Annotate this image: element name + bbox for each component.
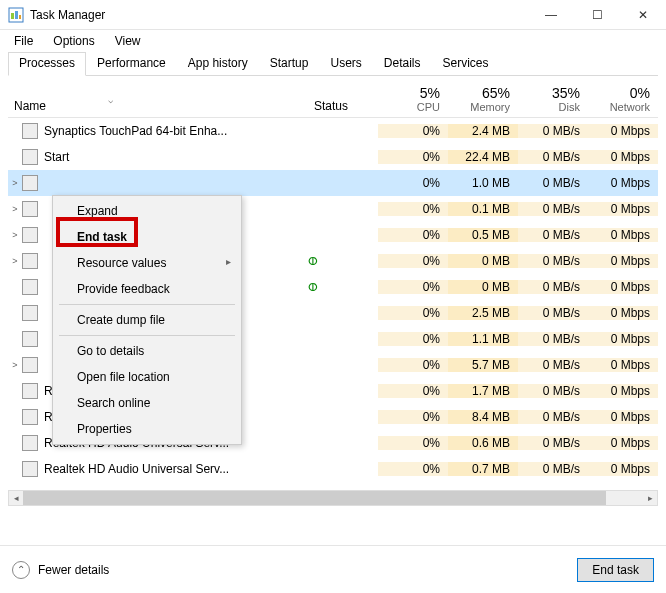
menu-create-dump[interactable]: Create dump file (55, 307, 239, 333)
tab-app-history[interactable]: App history (177, 52, 259, 75)
column-headers: Name ⌵ Status 5%CPU 65%Memory 35%Disk 0%… (8, 76, 658, 118)
leaf-icon: ⵀ (308, 255, 318, 267)
chevron-up-icon: ⌃ (12, 561, 30, 579)
header-memory[interactable]: 65%Memory (448, 81, 518, 117)
memory-value: 5.7 MB (448, 358, 518, 372)
menu-expand[interactable]: Expand (55, 198, 239, 224)
table-row[interactable]: Realtek HD Audio Universal Serv...0%0.7 … (8, 456, 658, 482)
disk-value: 0 MB/s (518, 280, 588, 294)
close-button[interactable]: ✕ (620, 0, 666, 30)
tab-processes[interactable]: Processes (8, 52, 86, 76)
network-value: 0 Mbps (588, 202, 658, 216)
memory-value: 2.5 MB (448, 306, 518, 320)
memory-value: 0.1 MB (448, 202, 518, 216)
window-title: Task Manager (30, 8, 528, 22)
disk-value: 0 MB/s (518, 228, 588, 242)
network-value: 0 Mbps (588, 306, 658, 320)
menu-properties[interactable]: Properties (55, 416, 239, 442)
process-name: Realtek HD Audio Universal Serv... (44, 462, 308, 476)
menu-view[interactable]: View (107, 32, 149, 50)
tab-details[interactable]: Details (373, 52, 432, 75)
minimize-button[interactable]: — (528, 0, 574, 30)
sort-indicator-icon: ⌵ (108, 95, 113, 105)
disk-value: 0 MB/s (518, 176, 588, 190)
context-menu: Expand End task Resource values Provide … (52, 195, 242, 445)
memory-value: 2.4 MB (448, 124, 518, 138)
header-cpu[interactable]: 5%CPU (378, 81, 448, 117)
table-row[interactable]: >0%1.0 MB0 MB/s0 Mbps (8, 170, 658, 196)
table-row[interactable]: Start0%22.4 MB0 MB/s0 Mbps (8, 144, 658, 170)
cpu-value: 0% (378, 176, 448, 190)
disk-value: 0 MB/s (518, 384, 588, 398)
fewer-details-button[interactable]: ⌃ Fewer details (12, 561, 577, 579)
tab-services[interactable]: Services (432, 52, 500, 75)
process-icon (22, 175, 38, 191)
network-value: 0 Mbps (588, 254, 658, 268)
menu-provide-feedback[interactable]: Provide feedback (55, 276, 239, 302)
menu-file[interactable]: File (6, 32, 41, 50)
cpu-value: 0% (378, 332, 448, 346)
scroll-right-icon[interactable]: ▸ (643, 491, 657, 505)
footer: ⌃ Fewer details End task (0, 545, 666, 593)
process-status: ⵀ (308, 280, 378, 294)
header-network[interactable]: 0%Network (588, 81, 658, 117)
process-name: Start (44, 150, 308, 164)
expand-icon[interactable]: > (8, 178, 22, 188)
cpu-value: 0% (378, 202, 448, 216)
titlebar: Task Manager — ☐ ✕ (0, 0, 666, 30)
network-value: 0 Mbps (588, 228, 658, 242)
expand-icon[interactable]: > (8, 256, 22, 266)
network-value: 0 Mbps (588, 436, 658, 450)
menu-search-online[interactable]: Search online (55, 390, 239, 416)
memory-value: 0.5 MB (448, 228, 518, 242)
cpu-value: 0% (378, 254, 448, 268)
expand-icon[interactable]: > (8, 204, 22, 214)
scroll-left-icon[interactable]: ◂ (9, 491, 23, 505)
table-row[interactable]: Synaptics TouchPad 64-bit Enha...0%2.4 M… (8, 118, 658, 144)
disk-value: 0 MB/s (518, 332, 588, 346)
cpu-value: 0% (378, 228, 448, 242)
cpu-value: 0% (378, 462, 448, 476)
network-value: 0 Mbps (588, 280, 658, 294)
tab-users[interactable]: Users (319, 52, 372, 75)
process-icon (22, 149, 38, 165)
cpu-value: 0% (378, 150, 448, 164)
end-task-button[interactable]: End task (577, 558, 654, 582)
header-name[interactable]: Name ⌵ (8, 95, 308, 117)
cpu-value: 0% (378, 436, 448, 450)
menu-separator (59, 335, 235, 336)
process-icon (22, 331, 38, 347)
memory-value: 8.4 MB (448, 410, 518, 424)
network-value: 0 Mbps (588, 384, 658, 398)
cpu-value: 0% (378, 306, 448, 320)
memory-value: 0.6 MB (448, 436, 518, 450)
process-icon (22, 201, 38, 217)
process-icon (22, 123, 38, 139)
process-icon (22, 383, 38, 399)
tab-startup[interactable]: Startup (259, 52, 320, 75)
process-icon (22, 357, 38, 373)
tab-performance[interactable]: Performance (86, 52, 177, 75)
cpu-value: 0% (378, 410, 448, 424)
menu-go-to-details[interactable]: Go to details (55, 338, 239, 364)
fewer-details-label: Fewer details (38, 563, 109, 577)
network-value: 0 Mbps (588, 358, 658, 372)
horizontal-scrollbar[interactable]: ◂ ▸ (8, 490, 658, 506)
scroll-thumb[interactable] (23, 491, 606, 505)
header-disk[interactable]: 35%Disk (518, 81, 588, 117)
menu-options[interactable]: Options (45, 32, 102, 50)
process-icon (22, 435, 38, 451)
expand-icon[interactable]: > (8, 230, 22, 240)
expand-icon[interactable]: > (8, 360, 22, 370)
memory-value: 0 MB (448, 280, 518, 294)
process-icon (22, 227, 38, 243)
leaf-icon: ⵀ (308, 281, 318, 293)
menu-open-file-location[interactable]: Open file location (55, 364, 239, 390)
menu-resource-values[interactable]: Resource values (55, 250, 239, 276)
header-status[interactable]: Status (308, 95, 378, 117)
process-status: ⵀ (308, 254, 378, 268)
maximize-button[interactable]: ☐ (574, 0, 620, 30)
process-icon (22, 279, 38, 295)
menu-end-task[interactable]: End task (55, 224, 239, 250)
process-icon (22, 253, 38, 269)
